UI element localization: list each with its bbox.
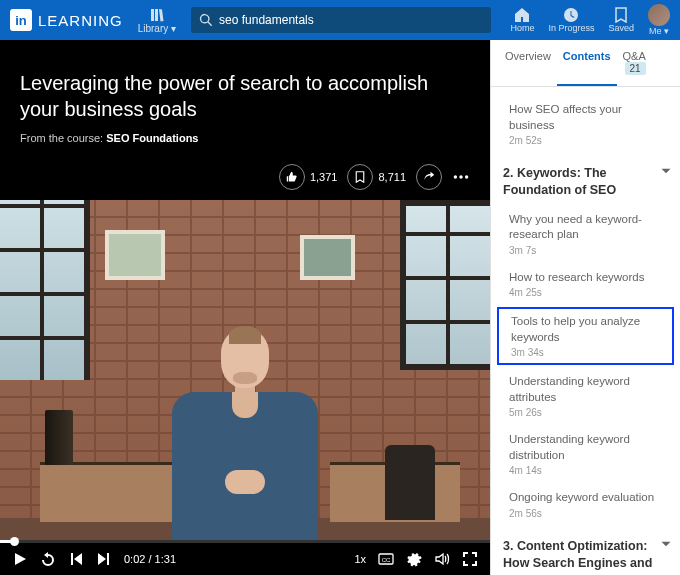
- thumbs-up-icon: [286, 171, 298, 183]
- tab-contents[interactable]: Contents: [557, 40, 617, 86]
- svg-text:CC: CC: [382, 557, 391, 563]
- lesson-item[interactable]: Tools to help you analyze keywords3m 34s: [497, 307, 674, 365]
- replay-10-icon[interactable]: [40, 551, 56, 567]
- like-button[interactable]: 1,371: [279, 164, 338, 190]
- video-frame[interactable]: [0, 200, 490, 540]
- section-header[interactable]: 3. Content Optimization: How Search Engi…: [491, 526, 680, 575]
- time-display: 0:02 / 1:31: [124, 553, 176, 565]
- bookmark-icon: [613, 7, 629, 23]
- video-pane: Leveraging the power of search to accomp…: [0, 40, 490, 575]
- video-title: Leveraging the power of search to accomp…: [20, 70, 470, 122]
- lesson-title: Ongoing keyword evaluation: [509, 490, 668, 506]
- fullscreen-icon[interactable]: [462, 551, 478, 567]
- library-dropdown[interactable]: Library ▾: [133, 7, 181, 34]
- tabs: Overview Contents Q&A 21: [491, 40, 680, 87]
- lesson-item[interactable]: Why you need a keyword-research plan3m 7…: [491, 205, 680, 263]
- tab-qa[interactable]: Q&A 21: [617, 40, 672, 86]
- search-input[interactable]: [213, 13, 483, 27]
- video-header: Leveraging the power of search to accomp…: [0, 40, 490, 154]
- svg-point-0: [454, 175, 457, 178]
- svg-point-2: [465, 175, 468, 178]
- logo[interactable]: in LEARNING: [10, 9, 123, 31]
- lesson-item[interactable]: How to research keywords4m 25s: [491, 263, 680, 306]
- save-button[interactable]: 8,711: [347, 164, 406, 190]
- lesson-duration: 5m 26s: [509, 407, 668, 418]
- sidebar: Overview Contents Q&A 21 How SEO affects…: [490, 40, 680, 575]
- course-name-link[interactable]: SEO Foundations: [106, 132, 198, 144]
- avatar: [648, 4, 670, 26]
- lesson-title: Tools to help you analyze keywords: [511, 314, 662, 345]
- lesson-duration: 4m 14s: [509, 465, 668, 476]
- course-from: From the course: SEO Foundations: [20, 132, 470, 144]
- lesson-item[interactable]: Understanding keyword distribution4m 14s: [491, 425, 680, 483]
- library-icon: [149, 7, 165, 23]
- more-icon[interactable]: [452, 168, 470, 186]
- chevron-down-icon: [660, 538, 672, 550]
- share-button[interactable]: [416, 164, 442, 190]
- lesson-title: How SEO affects your business: [509, 102, 668, 133]
- lesson-title: How to research keywords: [509, 270, 668, 286]
- home-icon: [514, 7, 530, 23]
- bookmark-icon: [354, 171, 366, 183]
- search-icon: [199, 13, 213, 27]
- nav-saved[interactable]: Saved: [608, 7, 634, 33]
- progress-bar[interactable]: [0, 540, 490, 543]
- lesson-duration: 2m 52s: [509, 135, 668, 146]
- cc-icon[interactable]: CC: [378, 551, 394, 567]
- lesson-duration: 3m 7s: [509, 245, 668, 256]
- contents-list: How SEO affects your business2m 52s2. Ke…: [491, 87, 680, 575]
- logo-text: LEARNING: [38, 12, 123, 29]
- top-header: in LEARNING Library ▾ Home In Progress S…: [0, 0, 680, 40]
- settings-icon[interactable]: [406, 551, 422, 567]
- share-icon: [423, 171, 435, 183]
- prev-track-icon[interactable]: [68, 551, 84, 567]
- player-controls: 0:02 / 1:31 1x CC: [0, 543, 490, 575]
- nav-items: Home In Progress Saved Me ▾: [510, 4, 670, 36]
- lesson-title: Understanding keyword attributes: [509, 374, 668, 405]
- qa-count-badge: 21: [625, 62, 646, 75]
- next-track-icon[interactable]: [96, 551, 112, 567]
- svg-point-1: [459, 175, 462, 178]
- clock-icon: [563, 7, 579, 23]
- search-box[interactable]: [191, 7, 491, 33]
- section-header[interactable]: 2. Keywords: The Foundation of SEO: [491, 153, 680, 205]
- linkedin-in-icon: in: [10, 9, 32, 31]
- lesson-item[interactable]: Ongoing keyword evaluation2m 56s: [491, 483, 680, 526]
- lesson-duration: 4m 25s: [509, 287, 668, 298]
- lesson-title: Understanding keyword distribution: [509, 432, 668, 463]
- chevron-down-icon: [660, 165, 672, 177]
- lesson-item[interactable]: How SEO affects your business2m 52s: [491, 95, 680, 153]
- volume-icon[interactable]: [434, 551, 450, 567]
- lesson-item[interactable]: Understanding keyword attributes5m 26s: [491, 367, 680, 425]
- lesson-title: Why you need a keyword-research plan: [509, 212, 668, 243]
- video-actions: 1,371 8,711: [0, 154, 490, 200]
- lesson-duration: 2m 56s: [509, 508, 668, 519]
- nav-home[interactable]: Home: [510, 7, 534, 33]
- nav-in-progress[interactable]: In Progress: [548, 7, 594, 33]
- play-icon[interactable]: [12, 551, 28, 567]
- nav-me[interactable]: Me ▾: [648, 4, 670, 36]
- main-content: Leveraging the power of search to accomp…: [0, 40, 680, 575]
- tab-overview[interactable]: Overview: [499, 40, 557, 86]
- speed-button[interactable]: 1x: [354, 553, 366, 565]
- lesson-duration: 3m 34s: [511, 347, 662, 358]
